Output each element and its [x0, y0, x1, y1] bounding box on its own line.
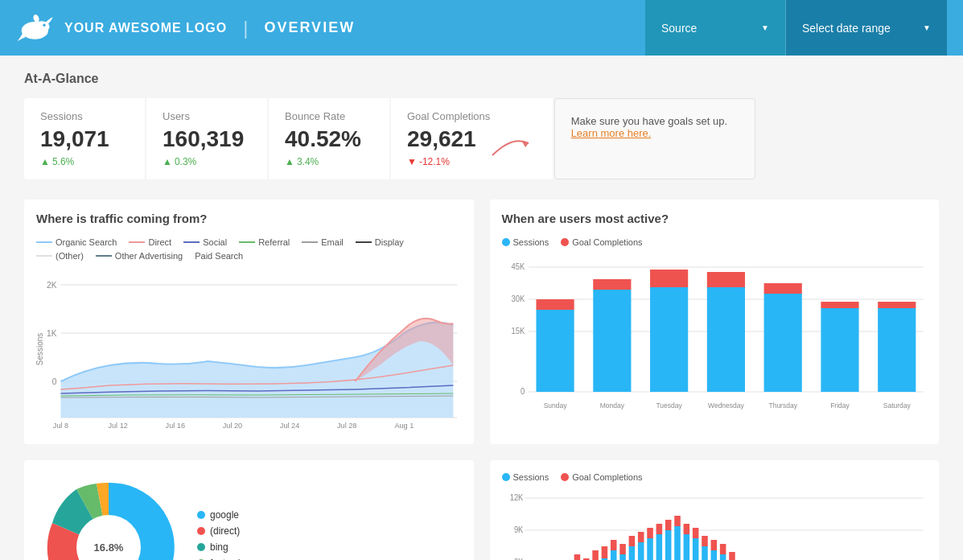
glance-card-bounce: Bounce Rate 40.52% ▲ 3.4% [269, 98, 389, 179]
svg-rect-82 [702, 546, 708, 560]
svg-rect-67 [628, 536, 635, 546]
goals-change: ▼ -12.1% [407, 156, 476, 167]
activity-goals-dot [561, 238, 569, 246]
bar-saturday-sessions [878, 308, 916, 392]
legend-referral: Referral [239, 237, 290, 247]
svg-text:15K: 15K [511, 327, 525, 336]
date-range-dropdown-arrow: ▼ [923, 23, 931, 32]
page-title: OVERVIEW [264, 19, 645, 36]
legend-other-adv: Other Advertising [96, 251, 183, 261]
legend-direct-line [129, 241, 145, 243]
svg-rect-86 [719, 554, 726, 560]
activity-legend-sessions: Sessions [502, 237, 549, 247]
legend-other-line [36, 255, 52, 257]
bar-monday-sessions [593, 290, 631, 392]
svg-rect-62 [610, 550, 616, 560]
goals-label: Goal Completions [407, 110, 537, 122]
pie-chart-panel: 16.8% google (direct) bing fastweb.com [24, 460, 474, 560]
svg-rect-81 [692, 528, 698, 538]
legend-other-adv-line [96, 255, 112, 257]
header: YOUR AWESOME LOGO | OVERVIEW Source ▼ Se… [0, 0, 963, 56]
svg-text:Tuesday: Tuesday [656, 401, 682, 410]
svg-rect-85 [710, 540, 717, 550]
svg-text:Aug 1: Aug 1 [394, 422, 414, 430]
svg-rect-61 [601, 546, 607, 558]
svg-text:9K: 9K [513, 525, 523, 534]
svg-text:30K: 30K [511, 294, 525, 303]
svg-rect-83 [702, 536, 708, 546]
glance-section-title: At-A-Glance [24, 72, 939, 86]
legend-organic-line [36, 241, 52, 243]
pie-bing-dot [197, 543, 205, 551]
svg-rect-74 [665, 530, 671, 560]
svg-rect-66 [628, 546, 635, 560]
date-range-dropdown[interactable]: Select date range ▼ [786, 0, 947, 56]
learn-more-link[interactable]: Learn more here. [571, 127, 652, 139]
users-label: Users [163, 110, 251, 122]
svg-rect-72 [656, 534, 662, 560]
bar-sunday-sessions [536, 310, 574, 392]
pie-google-dot [197, 511, 205, 519]
whale-icon [16, 12, 56, 44]
legend-referral-line [239, 241, 255, 243]
pie-legend-bing: bing [197, 541, 264, 553]
goals-value: 29,621 [407, 126, 476, 152]
hourly-goals-dot [561, 473, 569, 481]
bounce-change: ▲ 3.4% [285, 156, 373, 167]
svg-text:0: 0 [521, 387, 525, 396]
legend-organic: Organic Search [36, 237, 117, 247]
traffic-legend: Organic Search Direct Social Referral Em… [36, 237, 462, 261]
legend-email-line [302, 241, 318, 243]
legend-display-line [356, 241, 372, 243]
svg-text:Jul 24: Jul 24 [280, 422, 299, 430]
activity-legend-goals: Goal Completions [561, 237, 642, 247]
activity-chart-panel: When are users most active? Sessions Goa… [490, 200, 940, 444]
glance-card-users: Users 160,319 ▲ 0.3% [146, 98, 267, 179]
legend-social: Social [183, 237, 227, 247]
traffic-chart-panel: Where is traffic coming from? Organic Se… [24, 200, 474, 444]
svg-rect-89 [729, 552, 735, 560]
charts-row: Where is traffic coming from? Organic Se… [24, 200, 939, 444]
at-a-glance-section: At-A-Glance Sessions 19,071 ▲ 5.6% Users… [24, 72, 939, 179]
legend-display: Display [356, 237, 404, 247]
bar-friday-sessions [821, 308, 858, 392]
activity-chart-title: When are users most active? [502, 212, 928, 225]
header-controls: Source ▼ Select date range ▼ [645, 0, 947, 56]
logo-text: YOUR AWESOME LOGO [64, 21, 227, 35]
svg-rect-70 [647, 538, 653, 560]
hourly-chart-panel: Sessions Goal Completions 12K 9K 6K [490, 460, 940, 560]
users-value: 160,319 [163, 126, 251, 152]
svg-text:Jul 16: Jul 16 [166, 422, 185, 430]
svg-rect-59 [592, 550, 599, 560]
hourly-legend: Sessions Goal Completions [502, 472, 928, 482]
source-dropdown-arrow: ▼ [761, 23, 769, 32]
legend-paid: Paid Search [195, 251, 243, 261]
svg-rect-73 [656, 524, 662, 534]
hourly-sessions-dot [502, 473, 510, 481]
header-divider: | [243, 17, 248, 39]
bar-monday-goals [593, 279, 631, 290]
pie-chart-svg: 16.8% [36, 475, 181, 561]
traffic-chart-title: Where is traffic coming from? [36, 212, 462, 225]
svg-text:Sunday: Sunday [543, 401, 566, 410]
bar-tuesday-sessions [650, 287, 688, 392]
svg-text:45K: 45K [511, 262, 525, 271]
main-content: At-A-Glance Sessions 19,071 ▲ 5.6% Users… [0, 56, 963, 560]
svg-rect-65 [619, 544, 626, 554]
line-chart-container: 2K 1K 0 Sessions [36, 269, 462, 432]
svg-rect-68 [637, 542, 644, 560]
source-dropdown[interactable]: Source ▼ [645, 0, 786, 56]
svg-text:Jul 8: Jul 8 [53, 422, 68, 430]
bounce-value: 40.52% [285, 126, 373, 152]
glance-card-goals: Goal Completions 29,621 ▼ -12.1% [391, 98, 553, 179]
pie-legend-direct: (direct) [197, 525, 264, 537]
svg-rect-84 [710, 550, 717, 560]
svg-text:Thursday: Thursday [768, 401, 797, 410]
svg-rect-75 [665, 520, 671, 530]
svg-text:Jul 20: Jul 20 [223, 422, 242, 430]
sessions-label: Sessions [40, 110, 129, 122]
svg-rect-77 [674, 516, 681, 526]
svg-text:0: 0 [52, 377, 57, 386]
svg-rect-78 [683, 534, 689, 560]
goal-notice-card: Make sure you have goals set up. Learn m… [554, 98, 755, 179]
